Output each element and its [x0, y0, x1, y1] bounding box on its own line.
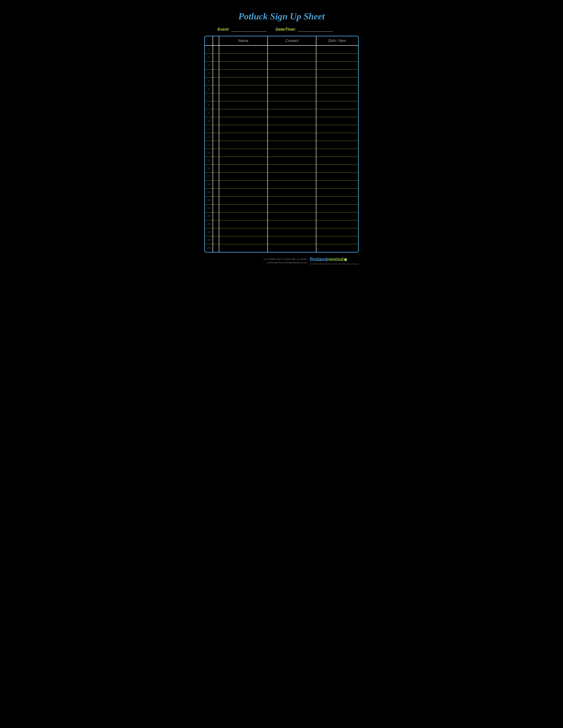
row-dish[interactable]	[316, 45, 358, 53]
row-dish[interactable]	[316, 220, 358, 228]
table-row: 14	[205, 149, 358, 157]
row-dish[interactable]	[316, 180, 358, 188]
table-row: 18	[205, 180, 358, 188]
row-check	[213, 45, 219, 53]
brand-logo: findandremind Coordinate the people you …	[310, 257, 359, 265]
row-contact[interactable]	[267, 236, 316, 244]
col-name: Name	[219, 36, 267, 45]
table-row: 15	[205, 157, 358, 165]
row-dish[interactable]	[316, 204, 358, 212]
row-name[interactable]	[219, 125, 267, 133]
row-name[interactable]	[219, 69, 267, 77]
row-name[interactable]	[219, 45, 267, 53]
row-name[interactable]	[219, 77, 267, 85]
row-dish[interactable]	[316, 236, 358, 244]
row-contact[interactable]	[267, 212, 316, 220]
row-dish[interactable]	[316, 165, 358, 173]
row-dish[interactable]	[316, 173, 358, 180]
row-dish[interactable]	[316, 69, 358, 77]
row-name[interactable]	[219, 53, 267, 61]
row-contact[interactable]	[267, 69, 316, 77]
table-row: 7	[205, 93, 358, 101]
row-dish[interactable]	[316, 141, 358, 149]
row-dish[interactable]	[316, 188, 358, 196]
row-name[interactable]	[219, 196, 267, 204]
row-dish[interactable]	[316, 85, 358, 93]
event-field[interactable]	[231, 27, 267, 32]
row-contact[interactable]	[267, 141, 316, 149]
row-dish[interactable]	[316, 196, 358, 204]
row-name[interactable]	[219, 188, 267, 196]
row-name[interactable]	[219, 236, 267, 244]
row-num: 4	[205, 69, 213, 77]
row-contact[interactable]	[267, 93, 316, 101]
row-name[interactable]	[219, 149, 267, 157]
row-contact[interactable]	[267, 157, 316, 165]
row-contact[interactable]	[267, 204, 316, 212]
datetime-field[interactable]	[298, 27, 333, 32]
row-dish[interactable]	[316, 133, 358, 141]
row-name[interactable]	[219, 117, 267, 125]
table-row: 13	[205, 141, 358, 149]
row-check	[213, 117, 219, 125]
row-name[interactable]	[219, 61, 267, 69]
row-contact[interactable]	[267, 244, 316, 252]
row-contact[interactable]	[267, 180, 316, 188]
col-dish: Dish / Item	[316, 36, 358, 45]
row-contact[interactable]	[267, 53, 316, 61]
row-name[interactable]	[219, 93, 267, 101]
row-dish[interactable]	[316, 77, 358, 85]
row-contact[interactable]	[267, 117, 316, 125]
table-row: 24	[205, 228, 358, 236]
row-contact[interactable]	[267, 188, 316, 196]
row-contact[interactable]	[267, 149, 316, 157]
row-num: 13	[205, 141, 213, 149]
row-num: 18	[205, 180, 213, 188]
row-contact[interactable]	[267, 228, 316, 236]
row-name[interactable]	[219, 220, 267, 228]
table-row: 2	[205, 53, 358, 61]
row-contact[interactable]	[267, 165, 316, 173]
row-name[interactable]	[219, 180, 267, 188]
row-dish[interactable]	[316, 93, 358, 101]
row-dish[interactable]	[316, 109, 358, 117]
row-contact[interactable]	[267, 125, 316, 133]
row-name[interactable]	[219, 85, 267, 93]
row-name[interactable]	[219, 141, 267, 149]
row-contact[interactable]	[267, 61, 316, 69]
row-name[interactable]	[219, 109, 267, 117]
row-name[interactable]	[219, 204, 267, 212]
row-num: 1	[205, 45, 213, 53]
row-contact[interactable]	[267, 101, 316, 109]
row-dish[interactable]	[316, 61, 358, 69]
row-dish[interactable]	[316, 101, 358, 109]
row-contact[interactable]	[267, 133, 316, 141]
row-contact[interactable]	[267, 77, 316, 85]
signup-table-wrapper: Name Contact Dish / Item 1 2 3	[204, 36, 359, 253]
row-name[interactable]	[219, 101, 267, 109]
row-contact[interactable]	[267, 220, 316, 228]
row-contact[interactable]	[267, 85, 316, 93]
row-dish[interactable]	[316, 53, 358, 61]
row-dish[interactable]	[316, 125, 358, 133]
row-check	[213, 77, 219, 85]
row-name[interactable]	[219, 133, 267, 141]
row-contact[interactable]	[267, 196, 316, 204]
row-name[interactable]	[219, 165, 267, 173]
row-contact[interactable]	[267, 109, 316, 117]
row-dish[interactable]	[316, 244, 358, 252]
row-dish[interactable]	[316, 228, 358, 236]
row-dish[interactable]	[316, 117, 358, 125]
row-name[interactable]	[219, 228, 267, 236]
row-name[interactable]	[219, 212, 267, 220]
row-contact[interactable]	[267, 45, 316, 53]
row-dish[interactable]	[316, 149, 358, 157]
row-name[interactable]	[219, 157, 267, 165]
row-name[interactable]	[219, 173, 267, 180]
row-dish[interactable]	[316, 157, 358, 165]
row-num: 17	[205, 173, 213, 180]
row-name[interactable]	[219, 244, 267, 252]
table-row: 1	[205, 45, 358, 53]
row-dish[interactable]	[316, 212, 358, 220]
row-contact[interactable]	[267, 173, 316, 180]
